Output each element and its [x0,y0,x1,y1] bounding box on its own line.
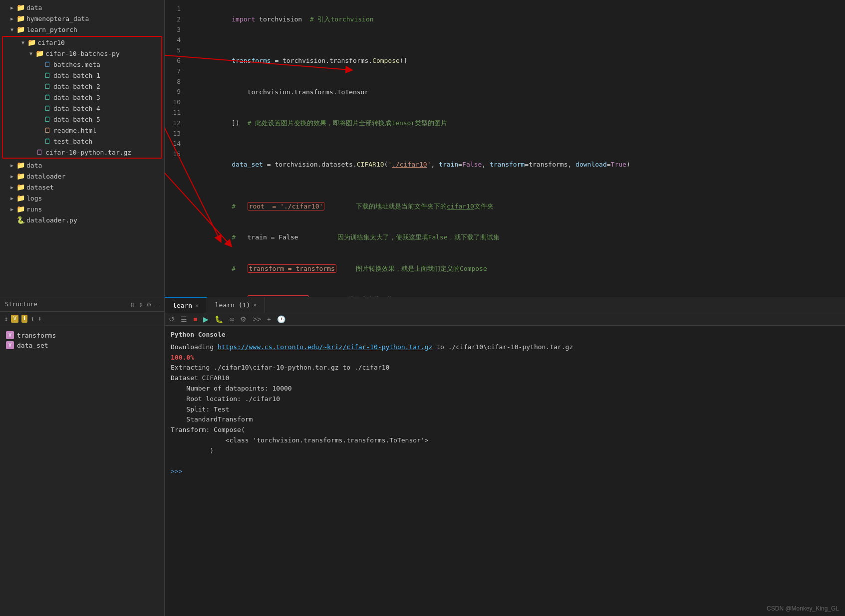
sort-alpha-icon[interactable]: ↕ [4,315,8,323]
sidebar-item-test-batch[interactable]: 🗒 test_batch [3,136,161,147]
arrow-icon: ▶ [8,196,16,201]
console-area: learn ✕ learn (1) ✕ ↺ ☰ ■ ▶ 🐛 ∞ ⚙ >> + 🕐 [165,297,845,616]
sidebar-item-cifar10[interactable]: ▼ 📁 cifar10 [3,37,161,48]
bottom-area: Structure ⇅ ⇕ ⚙ — ↕ V ℹ ⬆ ⬇ V transfor [0,297,845,616]
console-close-paren-line: ) [171,446,839,456]
sidebar-item-dataloader[interactable]: ▶ 📁 dataloader [0,171,164,182]
file-icon: 🗒 [43,126,52,134]
tab-learn-label: learn [173,302,192,309]
info-icon[interactable]: ℹ [21,315,27,323]
file-icon: 🗒 [43,71,52,79]
console-extracting-line: Extracting ./cifar10\cifar-10-python.tar… [171,363,839,373]
sidebar-item-data-batch-2[interactable]: 🗒 data_batch_2 [3,81,161,92]
arrow-icon: ▶ [8,174,16,179]
code-line-5: ]) # 此处设置图片变换的效果，即将图片全部转换成tensor类型的图片 [193,108,845,139]
structure-tree: V transforms V data_set [0,326,164,354]
arrow-icon: ▶ [8,185,16,190]
close-icon[interactable]: — [155,300,159,308]
restart-button[interactable]: ↺ [167,314,177,324]
sidebar-item-batches-meta[interactable]: 🗒 batches.meta [3,59,161,70]
struct-item-transforms[interactable]: V transforms [2,330,162,340]
file-icon: 🗒 [43,60,52,68]
file-icon: 🗒 [43,137,52,145]
file-icon: 🗒 [35,148,44,156]
sidebar-item-tar-gz[interactable]: 🗒 cifar-10-python.tar.gz [3,147,161,158]
struct-item-dataset[interactable]: V data_set [2,340,162,350]
console-toolbar: ↺ ☰ ■ ▶ 🐛 ∞ ⚙ >> + 🕐 [165,313,845,326]
arrow-icon: ▶ [8,206,16,212]
sidebar-item-data-batch-5[interactable]: 🗒 data_batch_5 [3,114,161,125]
spacer [8,217,16,223]
file-icon: 🐍 [16,216,25,224]
jump-icon[interactable]: ⬇ [38,315,42,323]
sidebar-item-readme[interactable]: 🗒 readme.html [3,125,161,136]
code-line-3: transforms = torchvision.transforms.Comp… [193,45,845,76]
console-tabs: learn ✕ learn (1) ✕ [165,297,845,313]
console-title: Python Console [171,330,839,340]
settings-button[interactable]: ⚙ [238,314,249,324]
infinity-button[interactable]: ∞ [227,314,236,324]
tab-learn-close[interactable]: ✕ [195,302,199,309]
tab-learn-1[interactable]: learn (1) ✕ [207,297,265,313]
watermark: CSDN @Monkey_King_GL [767,605,839,612]
list-button[interactable]: ☰ [179,314,189,324]
tab-learn-1-close[interactable]: ✕ [253,302,257,308]
code-line-9: # root = './cifar10' 下载的地址就是当前文件夹下的cifar… [193,191,845,222]
sidebar-item-dataloader-py[interactable]: 🐍 dataloader.py [0,214,164,225]
run-button[interactable]: ▶ [201,314,211,324]
folder-icon: 📁 [27,38,36,46]
console-downloading-line: Downloading https://www.cs.toronto.edu/~… [171,342,839,353]
console-prompt-line[interactable]: >>> [171,466,839,477]
structure-panel: Structure ⇅ ⇕ ⚙ — ↕ V ℹ ⬆ ⬇ V transfor [0,297,165,616]
editor-area: 1 2 3 4 5 6 7 8 9 10 11 12 13 14 15 impo… [165,0,845,297]
console-root-line: Root location: ./cifar10 [171,394,839,405]
sidebar-item-dataset[interactable]: ▶ 📁 dataset [0,182,164,193]
file-icon: 🗒 [43,82,52,90]
sidebar-item-data-batch-3[interactable]: 🗒 data_batch_3 [3,92,161,103]
navigate-icon[interactable]: ⬆ [30,315,34,323]
sidebar-item-logs[interactable]: ▶ 📁 logs [0,193,164,204]
expand-button[interactable]: >> [251,314,263,324]
expand-all-icon[interactable]: V [11,315,18,323]
console-transform-compose-line: Transform: Compose( [171,425,839,435]
spacer [35,139,43,144]
console-totensor-line: <class 'torchvision.transforms.transform… [171,435,839,446]
console-dataset-line: Dataset CIFAR10 [171,373,839,384]
folder-icon: 📁 [16,194,25,202]
structure-title: Structure [5,301,37,308]
code-area[interactable]: import torchvision # 引入torchvision trans… [185,0,845,297]
sidebar-item-hymenoptera[interactable]: ▶ 📁 hymenoptera_data [0,13,164,24]
stop-button[interactable]: ■ [191,314,199,324]
spacer [35,128,43,133]
code-line-1: import torchvision # 引入torchvision [193,4,845,35]
file-icon: 🗒 [43,104,52,112]
sidebar-item-data[interactable]: ▶ 📁 data [0,2,164,13]
code-line-4: torchvision.transforms.ToTensor [193,77,845,108]
console-std-transform-line: StandardTransform [171,414,839,425]
debug-button[interactable]: 🐛 [213,314,225,324]
sidebar-item-data2[interactable]: ▶ 📁 data [0,160,164,171]
add-button[interactable]: + [265,314,273,324]
arrow-icon: ▶ [8,5,16,10]
spacer [27,150,35,155]
spacer [35,95,43,100]
file-icon: 🗒 [43,115,52,123]
console-split-line: Split: Test [171,405,839,415]
spacer [35,62,43,67]
code-line-2 [193,35,845,45]
filter-icon[interactable]: ⇕ [139,300,143,308]
spacer [35,117,43,122]
arrow-icon: ▼ [8,27,16,32]
sidebar-item-data-batch-4[interactable]: 🗒 data_batch_4 [3,103,161,114]
clock-button[interactable]: 🕐 [275,314,287,324]
code-line-11: # transform = transforms 图片转换效果，就是上面我们定义… [193,253,845,284]
sort-icon[interactable]: ⇅ [130,300,134,308]
sidebar-item-learn-pytorch[interactable]: ▼ 📁 learn_pytorch [0,24,164,35]
console-output[interactable]: Python Console Downloading https://www.c… [165,326,845,616]
sidebar-item-runs[interactable]: ▶ 📁 runs [0,204,164,214]
tab-learn[interactable]: learn ✕ [165,297,207,313]
sidebar-item-data-batch-1[interactable]: 🗒 data_batch_1 [3,70,161,81]
arrow-icon: ▼ [19,40,27,45]
sidebar-item-cifar10-batches[interactable]: ▼ 📁 cifar-10-batches-py [3,48,161,59]
settings-icon[interactable]: ⚙ [147,300,151,308]
